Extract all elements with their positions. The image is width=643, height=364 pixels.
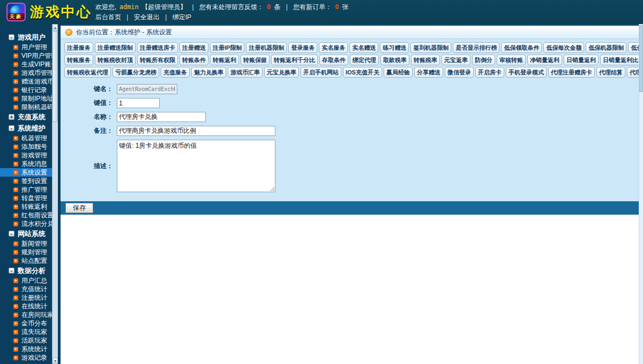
scroll-up-icon[interactable]: ▲ (53, 24, 58, 31)
setting-tab[interactable]: 转账保留 (241, 55, 270, 65)
link-backend-home[interactable]: 后台首页 (95, 13, 121, 21)
sidebar-entry[interactable]: 游戏管理 (0, 151, 52, 160)
setting-tab[interactable]: 转账税率 (411, 55, 440, 65)
sidebar-entry[interactable]: 规则管理 (0, 248, 52, 256)
setting-tab[interactable]: 转账税收返代理 (64, 67, 111, 78)
sidebar-scroll-thumb[interactable] (53, 31, 58, 122)
sidebar-entry[interactable]: 流失玩家 (0, 328, 52, 336)
setting-tab[interactable]: 注册赠送限制 (95, 42, 136, 53)
sidebar-entry[interactable]: 生成VIP账号 (0, 60, 52, 69)
sidebar-entry[interactable]: 推广管理 (0, 185, 52, 194)
scroll-down-icon[interactable]: ▼ (53, 358, 58, 364)
expand-toggle-icon[interactable]: - (9, 231, 14, 237)
sidebar-entry[interactable]: 用户汇总 (0, 276, 52, 285)
sidebar-entry[interactable]: 新闻管理 (0, 239, 52, 248)
setting-tab[interactable]: 元宝兑换率 (264, 67, 299, 78)
setting-tab[interactable]: 代理结算 (596, 67, 625, 78)
setting-tab[interactable]: 签到机器限制 (410, 42, 451, 53)
setting-tab[interactable]: 注册机器限制 (246, 42, 287, 53)
expand-toggle-icon[interactable]: - (9, 125, 14, 131)
page-scroll-thumb[interactable] (639, 25, 643, 92)
setting-tab[interactable]: 转账税收封顶 (95, 55, 136, 65)
expand-toggle-icon[interactable]: - (9, 34, 14, 40)
setting-tab[interactable]: 存取条件 (319, 55, 348, 65)
sidebar-entry[interactable]: - 数据分析 (0, 265, 52, 276)
sidebar-entry[interactable]: 转盘管理 (0, 194, 52, 202)
setting-tab[interactable]: IOS充值开关 (343, 67, 382, 78)
setting-tab[interactable]: 转账服务 (64, 55, 93, 65)
setting-tab[interactable]: 充值服务 (161, 67, 190, 78)
setting-tab[interactable]: 低保领取条件 (501, 42, 542, 53)
remark-input[interactable] (117, 126, 275, 136)
setting-tab[interactable]: 净销量返利 (527, 55, 562, 65)
sidebar-entry[interactable]: + 充值系统 (0, 111, 52, 123)
sidebar-entry[interactable]: 转账返利 (0, 202, 52, 211)
setting-tab[interactable]: 魅力兑换率 (191, 67, 226, 78)
sidebar-entry[interactable]: 限制IP地址 (0, 94, 52, 103)
expand-toggle-icon[interactable]: - (9, 268, 14, 274)
link-logout[interactable]: 安全退出 (134, 13, 160, 21)
sidebar-entry[interactable]: 系统消息 (0, 160, 52, 168)
sidebar-entry[interactable]: 系统设置 (0, 168, 52, 177)
setting-tab[interactable]: 实名赠送 (349, 42, 378, 53)
setting-tab[interactable]: 注册赠送 (180, 42, 208, 53)
sidebar-entry[interactable]: - 游戏用户 (0, 32, 52, 43)
setting-tab[interactable]: 实名服务 (319, 42, 348, 53)
setting-tab[interactable]: 低保机器限制 (586, 42, 626, 53)
sidebar-entry[interactable]: 游戏记录 (0, 353, 52, 362)
sidebar-entry[interactable]: 添加靓号 (0, 142, 52, 151)
setting-tab[interactable]: 防倒分 (472, 55, 495, 65)
setting-tab[interactable]: 转账返利千分比 (271, 55, 318, 65)
setting-tab[interactable]: 取款税率 (380, 55, 409, 65)
setting-tab[interactable]: 赢局经验 (384, 67, 413, 78)
description-textarea[interactable]: 键值: 1房卡兑换游戏币的值 (117, 140, 275, 192)
sidebar-entry[interactable]: - 系统维护 (0, 123, 52, 134)
link-bind-ip[interactable]: 绑定IP (173, 13, 191, 21)
setting-tab[interactable]: 低保每次金额 (543, 42, 584, 53)
setting-tab[interactable]: 注册服务 (64, 42, 93, 53)
keyvalue-input[interactable] (117, 98, 160, 108)
sidebar-entry[interactable]: 金币分布 (0, 319, 52, 328)
sidebar-entry[interactable]: 游戏币管理 (0, 69, 52, 77)
setting-tab[interactable]: 登录服务 (288, 42, 317, 53)
sidebar-entry[interactable]: 在房间玩家 (0, 310, 52, 319)
setting-tab[interactable]: 注册IP限制 (210, 42, 244, 53)
setting-tab[interactable]: 转账条件 (180, 55, 208, 65)
setting-tab[interactable]: 日销量返利比 (600, 55, 641, 65)
setting-tab[interactable]: 转账所有权限 (137, 55, 178, 65)
sidebar-entry[interactable]: 注册统计 (0, 293, 52, 302)
setting-tab[interactable]: 开启手机网站 (301, 67, 341, 78)
setting-tab[interactable]: 代理注册赠房卡 (548, 67, 595, 78)
sidebar-entry[interactable]: 系统统计 (0, 345, 52, 353)
setting-tab[interactable]: 练习赠送 (380, 42, 409, 53)
setting-tab[interactable]: 绑定代理 (350, 55, 379, 65)
setting-tab[interactable]: 分享赠送 (414, 67, 443, 78)
setting-tab[interactable]: 转账返利 (210, 55, 239, 65)
sidebar-entry[interactable]: 站点配置 (0, 256, 52, 265)
setting-tab[interactable]: 注册赠送房卡 (137, 42, 178, 53)
page-scrollbar[interactable] (639, 24, 643, 364)
sidebar-entry[interactable]: 用户管理 (0, 43, 52, 51)
sidebar-entry[interactable]: 机器管理 (0, 134, 52, 142)
sidebar-entry[interactable]: - 网站系统 (0, 228, 52, 239)
sidebar-scrollbar[interactable]: ▲ ▼ (52, 24, 58, 364)
name-input[interactable] (117, 112, 206, 122)
setting-tab[interactable]: 微信登录 (445, 67, 474, 78)
sidebar-entry[interactable]: 限制机器码 (0, 103, 52, 111)
save-button[interactable]: 保存 (65, 203, 93, 213)
setting-tab[interactable]: 游戏币汇率 (228, 67, 263, 78)
sidebar-entry[interactable]: 在线统计 (0, 302, 52, 310)
setting-tab[interactable]: 手机登录模式 (506, 67, 547, 78)
sidebar-entry[interactable]: 赠送游戏币记录 (0, 77, 52, 86)
setting-tab[interactable]: 亏损赢分龙虎榜 (113, 67, 159, 78)
setting-tab[interactable]: 日销量返利 (564, 55, 599, 65)
sidebar-entry[interactable]: 签到设置 (0, 177, 52, 185)
sidebar-entry[interactable]: 银行记录 (0, 86, 52, 94)
setting-tab[interactable]: 开启房卡 (475, 67, 504, 78)
setting-tab[interactable]: 元宝返率 (442, 55, 470, 65)
sidebar-entry[interactable]: 活跃玩家 (0, 336, 52, 345)
sidebar-entry[interactable]: 流水积分兑换 (0, 219, 52, 228)
expand-toggle-icon[interactable]: + (9, 114, 14, 120)
sidebar-entry[interactable]: VIP用户管理 (0, 51, 52, 60)
keyname-input[interactable] (117, 84, 177, 94)
